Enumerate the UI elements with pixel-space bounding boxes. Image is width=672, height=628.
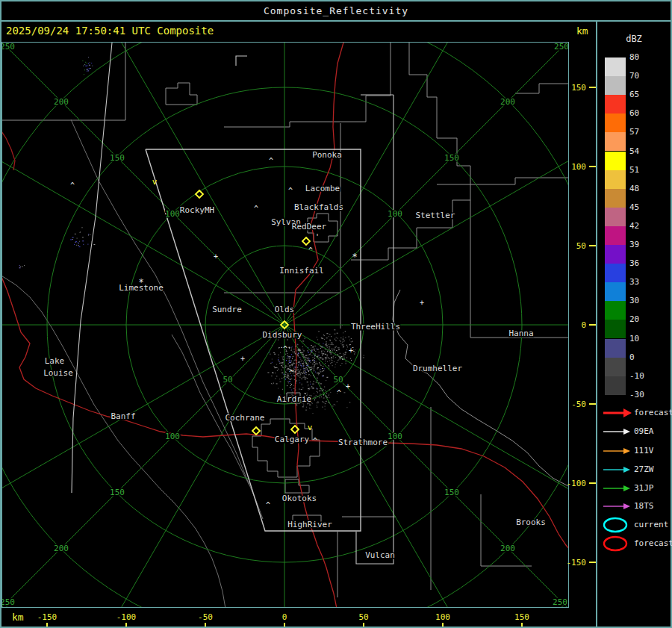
- colorbar-block-10: [605, 339, 626, 358]
- colorbar-block-65: [605, 95, 626, 114]
- colorbar-block--10: [605, 376, 626, 395]
- forecast-ellipse-icon: [602, 535, 633, 553]
- radial-line-210: [75, 325, 284, 608]
- radial-line-330: [75, 42, 284, 325]
- window-titlebar[interactable]: Composite_Reflectivity: [1, 1, 671, 20]
- obs-marker: +: [349, 346, 353, 355]
- colorbar-block-70: [605, 76, 626, 95]
- city-label-okotoks: Okotoks: [282, 494, 317, 503]
- colorbar-block-51: [605, 170, 626, 189]
- city-label-banff: Banff: [111, 411, 135, 421]
- colorbar-label-10: 10: [629, 334, 662, 343]
- colorbar-block-42: [605, 226, 626, 245]
- ellipse-label-current: current: [634, 520, 671, 529]
- bottom-axis-label-50: 50: [345, 612, 382, 622]
- city-label-drumheller: Drumheller: [413, 364, 463, 373]
- county-boundary: [1, 43, 125, 120]
- ring-label-250: 250: [554, 42, 569, 52]
- county-boundary: [224, 43, 391, 127]
- city-label-lacombe: Lacombe: [305, 184, 340, 193]
- ellipse-label-forecast: forecast: [634, 538, 671, 548]
- right-axis-tick: [589, 87, 596, 88]
- colorbar-block-0: [605, 358, 626, 376]
- city-label-louise: Louise: [43, 368, 73, 378]
- track-label-27ZW: 27ZW: [634, 464, 671, 474]
- radial-line-300: [1, 116, 284, 325]
- right-axis-label-150: 150: [556, 83, 586, 93]
- city-label-innisfail: Innisfail: [279, 266, 324, 276]
- colorbar-label-39: 39: [629, 240, 662, 249]
- city-label-strathmore: Strathmore: [338, 438, 388, 447]
- county-boundary: [437, 178, 569, 184]
- bottom-axis-label-0: 0: [266, 612, 303, 622]
- right-axis-label-50: 50: [556, 241, 586, 251]
- colorbar-label-70: 70: [629, 71, 662, 81]
- colorbar-block-48: [605, 189, 626, 208]
- city-label-sundre: Sundre: [212, 305, 242, 314]
- obs-marker: ^: [70, 181, 75, 190]
- coverage-outline: [72, 43, 112, 493]
- city-label-airdrie: Airdrie: [277, 394, 311, 404]
- colorbar-label-36: 36: [629, 258, 662, 268]
- colorbar-label-60: 60: [629, 108, 662, 118]
- county-boundary: [470, 200, 569, 338]
- track-arrow-27ZW: [602, 464, 633, 475]
- bottom-axis-label--50: -50: [187, 612, 224, 622]
- obs-marker: *: [138, 277, 143, 287]
- track-arrow-forecast: [602, 408, 633, 418]
- city-label-olds: Olds: [275, 305, 295, 314]
- colorbar-block-39: [605, 245, 626, 264]
- bottom-axis-label-100: 100: [424, 612, 461, 622]
- colorbar-block-20: [605, 320, 626, 338]
- county-boundary: [393, 290, 569, 487]
- ring-label-250: 250: [553, 597, 567, 607]
- bottom-axis-tick: [521, 623, 523, 627]
- ring-label-150: 150: [444, 153, 459, 163]
- right-axis-label-100: 100: [556, 162, 586, 172]
- ring-label-100: 100: [165, 432, 180, 441]
- ring-label-200: 200: [500, 544, 515, 553]
- ring-label-200: 200: [500, 97, 515, 107]
- city-label-brooks: Brooks: [516, 517, 546, 527]
- ring-label-100: 100: [388, 209, 402, 219]
- obs-marker: ^: [337, 389, 341, 397]
- bottom-axis-label--150: -150: [28, 612, 66, 622]
- obs-marker: +: [240, 355, 245, 363]
- bottom-axis-tick: [125, 623, 127, 627]
- track-arrow-31JP: [602, 483, 633, 494]
- city-label-rockymh: RockyMH: [180, 205, 214, 215]
- ring-label-250: 250: [1, 42, 15, 52]
- colorbar-label-0: 0: [629, 352, 662, 362]
- colorbar-label-20: 20: [629, 314, 662, 324]
- ring-label-100: 100: [165, 209, 180, 219]
- bottom-axis-label-150: 150: [503, 612, 541, 622]
- city-label-cochrane: Cochrane: [225, 413, 265, 423]
- city-label-blackfalds: Blackfalds: [294, 202, 343, 212]
- obs-marker: ^: [308, 246, 313, 255]
- ring-label-100: 100: [388, 432, 402, 441]
- track-label-forecast: forecast: [634, 408, 671, 417]
- legend-panel-separator: [596, 22, 597, 627]
- colorbar-label-80: 80: [629, 52, 662, 62]
- radar-site-marker: [252, 427, 260, 435]
- right-axis-tick: [589, 245, 596, 246]
- city-label-threehills: ThreeHills: [351, 322, 400, 332]
- city-label-didsbury: Didsbury: [263, 330, 302, 340]
- obs-marker: ^: [269, 157, 273, 165]
- right-axis-label-0: 0: [556, 320, 586, 330]
- colorbar-block-30: [605, 301, 626, 320]
- colorbar-label--30: -30: [629, 390, 662, 400]
- bottom-axis-tick: [442, 623, 444, 627]
- obs-marker: *: [352, 252, 357, 262]
- colorbar-block-54: [605, 152, 626, 170]
- ring-label-50: 50: [333, 375, 343, 385]
- radial-line-60: [284, 116, 569, 325]
- obs-marker: +: [420, 299, 424, 307]
- ring-label-200: 200: [54, 544, 69, 553]
- track-label-31JP: 31JP: [634, 483, 671, 493]
- colorbar-label-48: 48: [629, 184, 662, 193]
- right-axis-tick: [589, 562, 596, 563]
- radar-map[interactable]: 5050100100100100150150150150200200200200…: [1, 42, 569, 608]
- colorbar-label-30: 30: [629, 296, 662, 305]
- right-axis-tick: [589, 324, 596, 326]
